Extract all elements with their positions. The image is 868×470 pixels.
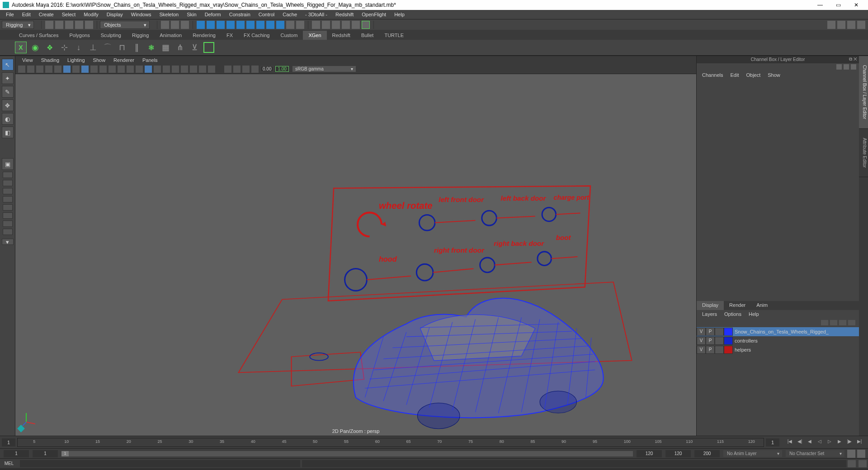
layer-row[interactable]: V P controllers <box>697 336 859 345</box>
vp-icon[interactable] <box>224 66 231 73</box>
time-slider[interactable]: 1 51015202530354045505560657075808590951… <box>0 436 868 448</box>
layer-color-swatch[interactable] <box>724 346 733 354</box>
xgen-tool-7-icon[interactable]: ▦ <box>160 42 171 53</box>
vp-menu-renderer[interactable]: Renderer <box>109 57 138 63</box>
exposure-field[interactable]: 0.00 <box>260 66 274 72</box>
select-tool[interactable]: ↖ <box>2 59 14 70</box>
layout-3[interactable] <box>3 188 13 194</box>
menu-skeleton[interactable]: Skeleton <box>155 12 183 17</box>
character-set-dropdown[interactable]: No Character Set <box>786 450 844 457</box>
gamma-field[interactable]: 1.00 <box>275 66 288 72</box>
shelf-tab-curves[interactable]: Curves / Surfaces <box>14 31 64 40</box>
shelf-tab-animation[interactable]: Animation <box>154 31 187 40</box>
prefs-icon[interactable] <box>857 450 865 458</box>
xgen-tool-3-icon[interactable]: ⌒ <box>102 42 113 53</box>
vp-icon[interactable] <box>45 66 52 73</box>
vp-icon[interactable] <box>36 66 43 73</box>
xgen-tool-10-icon[interactable] <box>203 42 215 53</box>
layout-8[interactable] <box>3 229 13 235</box>
render-view-icon[interactable] <box>362 21 370 29</box>
lock-icon[interactable] <box>286 21 294 29</box>
module-dropdown[interactable]: Rigging <box>2 21 34 29</box>
range-fps[interactable]: 200 <box>694 450 720 457</box>
layer-playback-toggle[interactable]: P <box>706 337 715 345</box>
menu-windows[interactable]: Windows <box>127 12 156 17</box>
vp-icon[interactable] <box>251 66 259 73</box>
shelf-tab-polygons[interactable]: Polygons <box>64 31 95 40</box>
cb-menu-channels[interactable]: Channels <box>698 72 726 78</box>
menu-control[interactable]: Control <box>255 12 278 17</box>
layers-menu-options[interactable]: Options <box>721 311 745 317</box>
menu-3dtoall[interactable]: - 3DtoAll - <box>301 12 331 17</box>
layer-tab-anim[interactable]: Anim <box>751 301 773 310</box>
layer-type-toggle[interactable] <box>715 328 724 336</box>
menu-skin[interactable]: Skin <box>183 12 200 17</box>
cb-menu-show[interactable]: Show <box>764 72 784 78</box>
layer-btn-4[interactable] <box>848 320 855 325</box>
shelf-tab-rigging[interactable]: Rigging <box>127 31 154 40</box>
menu-cache[interactable]: Cache <box>278 12 301 17</box>
layout-4[interactable] <box>3 196 13 202</box>
shelf-tab-turtle[interactable]: TURTLE <box>379 31 409 40</box>
layer-vis-toggle[interactable]: V <box>697 346 706 354</box>
panel-undock-icon[interactable]: ⧉ ✕ <box>849 56 857 62</box>
layer-type-toggle[interactable] <box>715 337 724 345</box>
persp-viewport[interactable]: wheel rotate left front door left back d… <box>15 74 696 436</box>
xgen-tool-6-icon[interactable]: ❃ <box>145 42 157 53</box>
move-tool[interactable]: ✥ <box>2 99 14 111</box>
save-scene-icon[interactable] <box>65 21 73 29</box>
vp-icon[interactable] <box>242 66 250 73</box>
scale-tool[interactable]: ◧ <box>2 127 14 138</box>
xgen-tool-2-icon[interactable]: ⊥ <box>87 42 99 53</box>
cmd-lang-toggle[interactable]: MEL <box>0 461 18 466</box>
layout-2h[interactable] <box>3 172 13 178</box>
xgen-tool-4-icon[interactable]: ⊓ <box>116 42 128 53</box>
redo-icon[interactable] <box>85 21 93 29</box>
vp-icon[interactable] <box>233 66 241 73</box>
snap-icon-2[interactable] <box>207 21 215 29</box>
snap-icon-5[interactable] <box>236 21 245 29</box>
render-icon-3[interactable] <box>332 21 340 29</box>
shelf-tab-fx[interactable]: FX <box>221 31 238 40</box>
layout-6[interactable] <box>3 212 13 219</box>
cmd-input[interactable] <box>20 460 300 467</box>
snap-icon-3[interactable] <box>217 21 225 29</box>
panel-icon-3[interactable] <box>847 21 855 29</box>
cb-icon[interactable] <box>844 64 849 70</box>
vp-icon[interactable] <box>208 66 215 73</box>
dock-tab-channel-box[interactable]: Channel Box / Layer Editor <box>859 56 868 129</box>
goto-end-button[interactable]: ▶| <box>855 439 864 446</box>
minimize-button[interactable]: — <box>811 2 829 8</box>
render-icon-1[interactable] <box>312 21 320 29</box>
layer-playback-toggle[interactable]: P <box>706 346 715 354</box>
selection-mode-dropdown[interactable]: Objects <box>100 21 150 29</box>
cmd-icon[interactable] <box>859 460 867 467</box>
layer-tab-display[interactable]: Display <box>697 301 724 310</box>
layers-menu-help[interactable]: Help <box>745 311 763 317</box>
menu-edit[interactable]: Edit <box>18 12 35 17</box>
layout-2v[interactable] <box>3 180 13 186</box>
layout-7[interactable] <box>3 221 13 227</box>
menu-constrain[interactable]: Constrain <box>225 12 255 17</box>
goto-start-button[interactable]: |◀ <box>785 439 794 446</box>
open-scene-icon[interactable] <box>55 21 63 29</box>
new-scene-icon[interactable] <box>45 21 53 29</box>
vp-icon[interactable] <box>72 66 80 73</box>
xgen-preview-icon[interactable]: ◉ <box>29 42 41 53</box>
shelf-tab-bullet[interactable]: Bullet <box>356 31 379 40</box>
menu-create[interactable]: Create <box>35 12 58 17</box>
menu-help[interactable]: Help <box>390 12 409 17</box>
xgen-tool-9-icon[interactable]: ⊻ <box>189 42 200 53</box>
vp-icon[interactable] <box>172 66 179 73</box>
vp-icon[interactable] <box>18 66 25 73</box>
time-start-field[interactable]: 1 <box>2 438 15 446</box>
layer-tab-render[interactable]: Render <box>724 301 751 310</box>
vp-menu-lighting[interactable]: Lighting <box>63 57 89 63</box>
layer-name[interactable]: Snow_Chains_on_Tesla_Wheels_Rigged_ <box>733 329 859 334</box>
panel-icon-4[interactable] <box>857 21 865 29</box>
range-bar[interactable]: 1 <box>61 451 633 456</box>
layer-btn-1[interactable] <box>821 320 828 325</box>
menu-openflight[interactable]: OpenFlight <box>358 12 390 17</box>
vp-icon-wire[interactable] <box>81 66 89 73</box>
xgen-tool-8-icon[interactable]: ⋔ <box>174 42 186 53</box>
